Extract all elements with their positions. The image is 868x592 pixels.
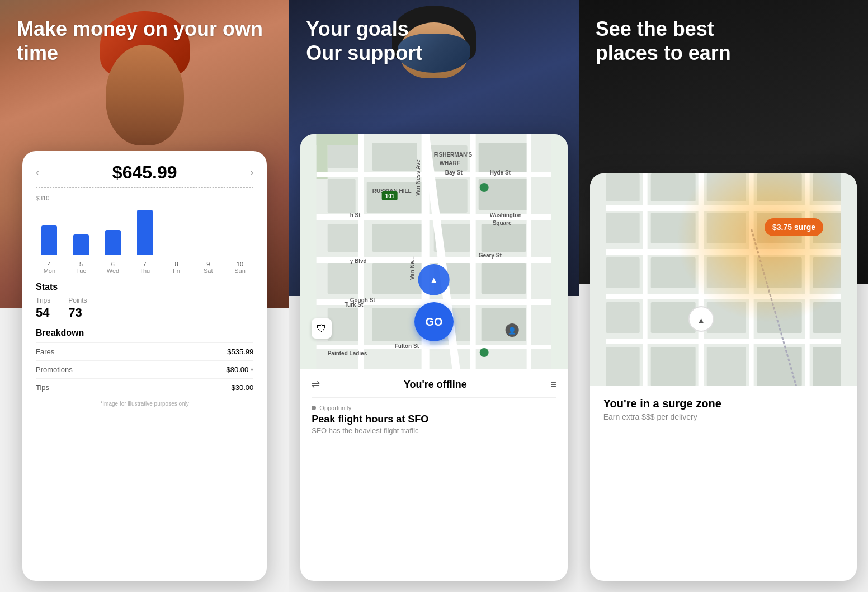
- panel2-headline: Your goals Our support: [306, 17, 562, 65]
- svg-rect-23: [317, 134, 361, 145]
- svg-rect-5: [479, 143, 529, 173]
- svg-text:Geary St: Geary St: [479, 252, 502, 259]
- svg-text:Van Ness Ave: Van Ness Ave: [415, 159, 421, 196]
- svg-text:👤: 👤: [508, 326, 516, 335]
- earnings-amount: $645.99: [39, 162, 250, 183]
- map2-svg: ▲: [590, 173, 857, 386]
- promotions-value: $80.00 ▾: [227, 365, 254, 374]
- surge-badge: $3.75 surge: [765, 218, 823, 236]
- svg-text:Van Ne...: Van Ne...: [409, 256, 416, 280]
- tips-label: Tips: [36, 383, 49, 392]
- svg-rect-11: [372, 224, 423, 252]
- svg-text:Painted Ladies: Painted Ladies: [328, 350, 367, 356]
- bottom-bar2: You're in a surge zone Earn extra $$$ pe…: [590, 386, 857, 433]
- panel-3: See the best places to earn: [579, 0, 868, 592]
- bottom-bar: ⇌ You're offline ≡ Opportunity Peak flig…: [300, 369, 567, 441]
- svg-text:▲: ▲: [430, 275, 438, 285]
- svg-text:▲: ▲: [697, 316, 705, 325]
- svg-text:101: 101: [385, 193, 395, 199]
- fares-value: $535.99: [227, 347, 253, 356]
- next-arrow[interactable]: ›: [250, 167, 253, 178]
- panel-2: Your goals Our support: [289, 0, 578, 592]
- panel1-card: ‹ $645.99 › $310 4Mon5Tue6Wed7Thu8Fri9Sa…: [22, 151, 267, 581]
- svg-rect-10: [328, 224, 361, 252]
- bar-chart: [36, 207, 253, 257]
- tips-value: $30.00: [232, 383, 254, 392]
- go-button[interactable]: GO: [414, 302, 454, 341]
- surge-zone-title: You're in a surge zone: [603, 397, 843, 410]
- svg-rect-17: [482, 263, 526, 294]
- svg-point-54: [480, 183, 489, 192]
- svg-text:Turk St: Turk St: [345, 302, 364, 308]
- panel1-title: Make money on your own time: [17, 17, 272, 65]
- svg-text:y Blvd: y Blvd: [350, 258, 367, 264]
- opportunity-tag: Opportunity: [312, 405, 556, 411]
- opportunity-dot: [312, 406, 316, 410]
- svg-point-55: [480, 348, 489, 357]
- points-stat: Points 73: [68, 297, 87, 320]
- map2-container: ▲ $3.75 surge: [590, 173, 857, 386]
- svg-rect-3: [372, 143, 417, 171]
- fares-row: Fares $535.99: [36, 342, 253, 360]
- day-labels: 4Mon5Tue6Wed7Thu8Fri9Sat10Sun: [36, 261, 253, 274]
- offline-row: ⇌ You're offline ≡: [312, 378, 556, 391]
- trips-label: Trips: [36, 297, 50, 304]
- chevron-down-icon: ▾: [251, 367, 253, 373]
- shield-icon: 🛡: [312, 318, 332, 339]
- panel3-headline: See the best places to earn: [596, 17, 851, 65]
- promotions-label: Promotions: [36, 365, 73, 374]
- svg-rect-13: [482, 224, 526, 252]
- opportunity-title: Peak flight hours at SFO: [312, 414, 556, 425]
- svg-text:Bay St: Bay St: [445, 170, 463, 176]
- divider: [312, 397, 556, 398]
- breakdown-title: Breakdown: [36, 328, 253, 338]
- trips-value: 54: [36, 306, 50, 320]
- svg-rect-18: [328, 308, 361, 341]
- filter-icon[interactable]: ⇌: [312, 378, 320, 391]
- svg-text:Washington: Washington: [490, 212, 522, 218]
- svg-text:FISHERMAN'S: FISHERMAN'S: [434, 152, 473, 158]
- opportunity-sub: SFO has the heaviest flight traffic: [312, 426, 556, 435]
- disclaimer: *Image for illustrative purposes only: [36, 396, 253, 409]
- fares-label: Fares: [36, 347, 54, 356]
- offline-text: You're offline: [404, 379, 467, 391]
- svg-rect-4: [428, 145, 468, 171]
- svg-rect-21: [482, 308, 526, 341]
- panel3-title: See the best places to earn: [596, 17, 851, 65]
- svg-text:Hyde St: Hyde St: [490, 170, 511, 176]
- svg-rect-93: [606, 173, 841, 386]
- svg-rect-6: [328, 179, 356, 213]
- promotions-row: Promotions $80.00 ▾: [36, 360, 253, 378]
- svg-text:h St: h St: [350, 212, 361, 218]
- svg-rect-14: [328, 263, 361, 294]
- menu-icon[interactable]: ≡: [550, 379, 556, 391]
- svg-text:Square: Square: [493, 220, 512, 226]
- panel1-headline: Make money on your own time: [17, 17, 272, 65]
- earnings-limit: $310: [36, 195, 253, 201]
- earnings-header: ‹ $645.99 ›: [36, 162, 253, 183]
- svg-rect-2: [328, 145, 361, 168]
- panel2-card: Van Ness Ave Van Ne... Gough St Washingt…: [300, 134, 567, 581]
- map-container: Van Ness Ave Van Ne... Gough St Washingt…: [300, 134, 567, 369]
- stats-title: Stats: [36, 282, 253, 292]
- panel-1: Make money on your own time ‹ $645.99 › …: [0, 0, 289, 592]
- stats-row: Trips 54 Points 73: [36, 297, 253, 320]
- points-label: Points: [68, 297, 87, 304]
- svg-text:WHARF: WHARF: [440, 160, 460, 166]
- trips-stat: Trips 54: [36, 297, 50, 320]
- card1-content: ‹ $645.99 › $310 4Mon5Tue6Wed7Thu8Fri9Sa…: [22, 151, 267, 418]
- limit-line: [36, 187, 253, 188]
- panels-container: Make money on your own time ‹ $645.99 › …: [0, 0, 868, 592]
- tips-row: Tips $30.00: [36, 378, 253, 396]
- points-value: 73: [68, 306, 87, 320]
- panel3-card: ▲ $3.75 surge You're in a surge zone Ear…: [590, 173, 857, 581]
- panel2-title: Your goals Our support: [306, 17, 562, 65]
- svg-text:Fulton St: Fulton St: [395, 343, 419, 349]
- surge-zone-sub: Earn extra $$$ per delivery: [603, 412, 843, 421]
